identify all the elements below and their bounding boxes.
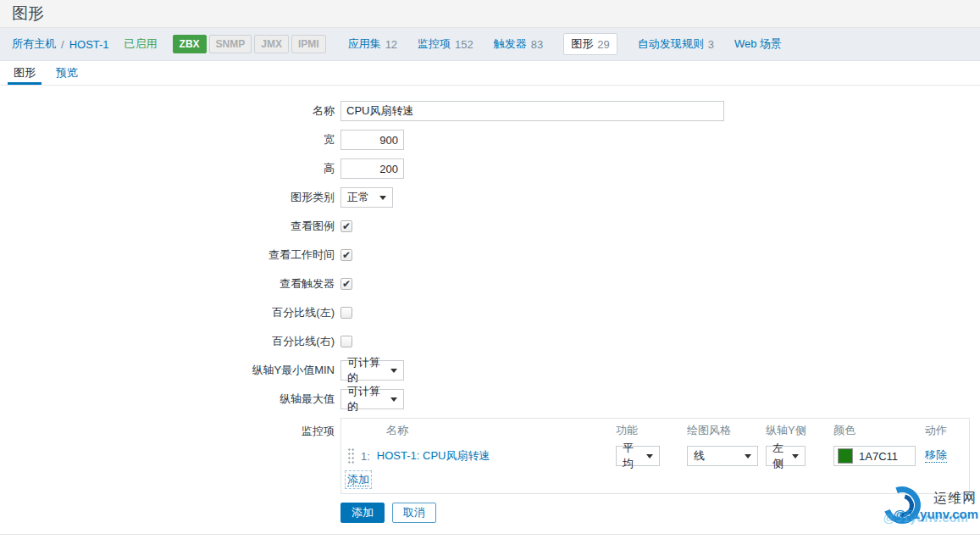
chevron-down-icon	[379, 196, 386, 200]
items-header-row: 名称 功能 绘图风格 纵轴Y侧 颜色 动作	[341, 419, 969, 442]
name-label: 名称	[0, 103, 341, 119]
add-item-link[interactable]: 添加	[347, 473, 369, 486]
colour-swatch[interactable]	[838, 448, 853, 464]
title-bar: 图形	[0, 0, 980, 28]
tab-preview[interactable]: 预览	[50, 61, 84, 85]
item-name-link[interactable]: HOST-1: CPU风扇转速	[377, 448, 490, 464]
footer-divider	[0, 534, 980, 535]
add-graph-button[interactable]: 添加	[341, 503, 385, 523]
show-triggers-label: 查看触发器	[0, 276, 341, 292]
yaxis-min-select[interactable]: 可计算的	[341, 360, 404, 381]
item-yaxis-side-select[interactable]: 左侧	[766, 446, 806, 466]
page-title: 图形	[12, 3, 44, 25]
tab-graph[interactable]: 图形	[8, 61, 42, 85]
host-status-badge: 已启用	[125, 36, 158, 52]
height-input[interactable]	[341, 158, 404, 179]
drag-handle-icon[interactable]	[347, 447, 355, 465]
breadcrumb: 所有主机 / HOST-1 已启用 ZBX SNMP JMX IPMI 应用集 …	[0, 28, 980, 61]
agent-badge-zbx: ZBX	[173, 35, 207, 53]
chevron-down-icon	[390, 397, 397, 402]
percentile-left-checkbox[interactable]	[341, 307, 352, 319]
item-colour-field[interactable]: 1A7C11	[833, 446, 916, 466]
show-working-time-checkbox[interactable]	[341, 249, 352, 261]
cancel-button[interactable]: 取消	[392, 503, 436, 523]
column-header-name: 名称	[341, 423, 616, 438]
graph-type-label: 图形类别	[0, 190, 341, 205]
column-header-action: 动作	[925, 423, 969, 438]
column-header-function: 功能	[616, 423, 687, 438]
nav-web-scenarios[interactable]: Web 场景	[734, 36, 786, 52]
nav-triggers[interactable]: 触发器 83	[494, 36, 543, 52]
column-header-draw-style: 绘图风格	[687, 423, 766, 438]
agent-availability-badges: ZBX SNMP JMX IPMI	[173, 35, 326, 53]
show-triggers-checkbox[interactable]	[341, 278, 352, 290]
width-label: 宽	[0, 132, 341, 147]
percentile-left-label: 百分比线(左)	[0, 305, 341, 320]
breadcrumb-host-link[interactable]: HOST-1	[69, 38, 109, 51]
agent-badge-jmx: JMX	[254, 35, 289, 53]
graph-form: 名称 宽 高 图形类别 正常 查看图例 查看工作时间 查看触发器 百分比线(左)…	[0, 86, 980, 523]
agent-badge-snmp: SNMP	[209, 35, 252, 53]
colour-hex-value: 1A7C11	[859, 450, 898, 463]
yaxis-max-select[interactable]: 可计算的	[341, 389, 404, 409]
chevron-down-icon	[646, 454, 653, 458]
breadcrumb-separator: /	[61, 38, 64, 51]
show-legend-checkbox[interactable]	[341, 220, 352, 232]
show-working-time-label: 查看工作时间	[0, 247, 341, 263]
nav-items[interactable]: 监控项 152	[418, 36, 473, 52]
breadcrumb-all-hosts-link[interactable]: 所有主机	[12, 36, 56, 52]
column-header-colour: 颜色	[833, 423, 925, 438]
item-row: 1: HOST-1: CPU风扇转速 平均 线	[341, 442, 969, 470]
item-draw-style-select[interactable]: 线	[687, 446, 758, 466]
nav-graphs[interactable]: 图形 29	[563, 33, 617, 55]
show-legend-label: 查看图例	[0, 219, 341, 234]
height-label: 高	[0, 161, 341, 176]
column-header-yaxis-side: 纵轴Y侧	[766, 423, 833, 438]
chevron-down-icon	[745, 454, 751, 458]
name-input[interactable]	[341, 101, 724, 121]
item-index: 1:	[361, 450, 370, 463]
percentile-right-checkbox[interactable]	[341, 336, 352, 347]
tab-bar: 图形 预览	[0, 61, 980, 86]
items-table: 名称 功能 绘图风格 纵轴Y侧 颜色 动作 1: HOST-1: CPU风扇转速…	[341, 418, 970, 494]
yaxis-max-label: 纵轴最大值	[0, 392, 341, 407]
agent-badge-ipmi: IPMI	[291, 35, 326, 53]
chevron-down-icon	[390, 369, 397, 373]
nav-discovery-rules[interactable]: 自动发现规则 3	[638, 36, 714, 52]
item-function-select[interactable]: 平均	[616, 446, 660, 466]
host-nav: 应用集 12 监控项 152 触发器 83 图形 29 自动发现规则 3 Web…	[348, 36, 786, 52]
percentile-right-label: 百分比线(右)	[0, 334, 341, 349]
remove-item-link[interactable]: 移除	[925, 449, 947, 463]
items-label: 监控项	[0, 418, 341, 439]
yaxis-min-label: 纵轴Y最小值MIN	[0, 363, 341, 378]
graph-type-select[interactable]: 正常	[341, 187, 393, 208]
width-input[interactable]	[341, 130, 404, 150]
nav-applications[interactable]: 应用集 12	[348, 36, 397, 52]
chevron-down-icon	[792, 454, 799, 458]
